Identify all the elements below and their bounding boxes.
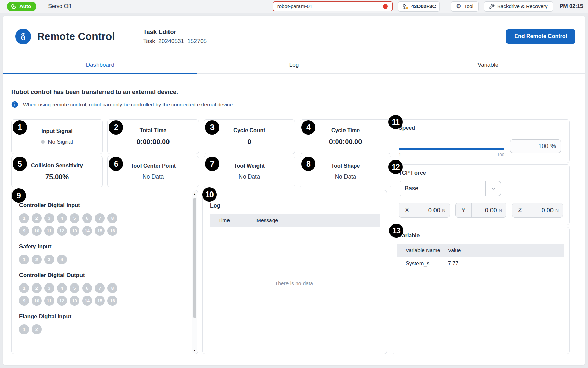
tcp-force-title: TCP Force: [399, 170, 426, 176]
log-panel[interactable]: 10 Log Time Message There is no data.: [202, 190, 387, 354]
servo-status: Servo Off: [48, 3, 71, 10]
info-icon: [11, 101, 18, 108]
tool-center-point-value: No Data: [143, 173, 164, 180]
io-section-title: Controller Digital Input: [19, 202, 188, 209]
tab-log[interactable]: Log: [197, 57, 391, 73]
remote-control-icon: [15, 29, 31, 44]
io-indicator-8: 8: [107, 283, 117, 293]
tool-shape-value: No Data: [335, 173, 356, 180]
end-remote-control-button[interactable]: End Remote Control: [506, 29, 575, 44]
tcp-force-panel[interactable]: 12 TCP Force Base X0.00NY0.00NZ0.00N: [392, 164, 570, 225]
tool-button[interactable]: ⚙ Tool: [451, 1, 479, 12]
variable-panel[interactable]: 13 Variable Variable Name Value System_s…: [392, 227, 570, 354]
io-indicator-16: 16: [107, 226, 117, 236]
tool-shape-card[interactable]: 8 Tool Shape No Data: [300, 156, 391, 187]
notice-headline: Robot control has been transferred to an…: [11, 89, 178, 96]
io-indicator-9: 9: [19, 226, 29, 236]
collision-sensitivity-title: Collision Sensitivity: [31, 163, 83, 169]
collision-sensitivity-card[interactable]: 5 Collision Sensitivity 75.00%: [11, 156, 103, 187]
annotation-badge-5: 5: [13, 157, 27, 171]
io-section-title: Flange Digital Input: [19, 313, 188, 320]
tcp-force-x-field: X0.00N: [399, 203, 450, 218]
robot-param-value: robot-param-01: [277, 3, 312, 9]
annotation-badge-10: 10: [202, 187, 217, 202]
annotation-badge-1: 1: [13, 120, 27, 135]
signal-status-dot: [41, 140, 45, 144]
tcp-force-y-field: Y0.00N: [455, 203, 506, 218]
variable-row: System_s7.77: [397, 257, 564, 270]
variable-table-header: Variable Name Value: [397, 244, 564, 257]
speed-slider-min: 1: [399, 152, 401, 157]
io-indicator-10: 10: [32, 296, 42, 306]
speed-value-input[interactable]: 100 %: [510, 139, 561, 153]
tool-weight-card[interactable]: 7 Tool Weight No Data: [204, 156, 295, 187]
mode-swirl-icon: [11, 3, 17, 9]
speed-value: 100: [538, 143, 548, 150]
scroll-down-arrow[interactable]: ▼: [192, 348, 197, 353]
record-indicator-dot: [383, 4, 388, 9]
io-scroll-area: Controller Digital Input1234567891011121…: [19, 199, 188, 351]
tab-variable[interactable]: Variable: [391, 57, 585, 73]
cycle-count-card[interactable]: 3 Cycle Count 0: [204, 119, 295, 154]
clock: PM 02:15: [560, 3, 583, 10]
tool-weight-title: Tool Weight: [234, 163, 265, 169]
io-indicator-3: 3: [44, 255, 54, 264]
io-indicator-8: 8: [107, 213, 117, 223]
scrollbar-thumb[interactable]: [193, 198, 196, 318]
tool-center-point-card[interactable]: 6 Tool Center Point No Data: [107, 156, 199, 187]
total-time-value: 0:00:00.00: [137, 138, 170, 146]
digital-io-panel[interactable]: 9 Controller Digital Input12345678910111…: [11, 190, 198, 354]
cycle-time-title: Cycle Time: [331, 127, 360, 134]
io-indicator-6: 6: [82, 283, 92, 293]
chevron-down-icon: [485, 181, 501, 196]
io-indicator-13: 13: [70, 296, 79, 306]
io-indicator-2: 2: [32, 283, 42, 293]
annotation-badge-4: 4: [301, 120, 315, 135]
scroll-up-arrow[interactable]: ▲: [192, 191, 197, 197]
io-indicator-1: 1: [19, 213, 29, 223]
top-status-bar: Auto Servo Off robot-param-01 ! 43D02F3C…: [0, 0, 588, 13]
total-time-title: Total Time: [140, 127, 167, 134]
annotation-badge-3: 3: [205, 120, 219, 135]
io-section-title: Safety Input: [19, 243, 188, 250]
input-signal-value: No Signal: [48, 139, 73, 145]
log-footer-line: [210, 346, 380, 346]
reference-frame-select[interactable]: Base: [399, 181, 501, 196]
variable-rows: System_s7.77: [397, 257, 564, 270]
log-col-message: Message: [256, 217, 278, 224]
io-indicator-5: 5: [70, 213, 79, 223]
speed-panel[interactable]: 11 Speed 1 100 100 %: [392, 119, 570, 163]
tool-shape-title: Tool Shape: [331, 163, 360, 169]
log-empty-state: There is no data.: [203, 227, 387, 339]
log-table-header: Time Message: [210, 214, 380, 227]
svg-text:!: !: [407, 7, 407, 9]
io-scrollbar[interactable]: ▲ ▼: [192, 191, 197, 353]
io-indicator-14: 14: [82, 226, 92, 236]
remote-control-panel: Remote Control Task Editor Task_20240531…: [3, 16, 585, 365]
io-indicator-7: 7: [95, 213, 105, 223]
annotation-badge-6: 6: [109, 157, 123, 171]
total-time-card[interactable]: 2 Total Time 0:00:00.00: [107, 119, 199, 154]
io-section: Flange Digital Input12: [19, 313, 188, 334]
speed-slider[interactable]: [399, 148, 504, 150]
tab-bar: DashboardLogVariable: [3, 57, 585, 74]
io-indicator-1: 1: [19, 283, 29, 293]
tab-dashboard[interactable]: Dashboard: [3, 57, 197, 73]
gear-icon: ⚙: [456, 3, 461, 9]
backdrive-recovery-button[interactable]: Backdrive & Recovery: [484, 1, 553, 12]
robot-param-field[interactable]: robot-param-01: [273, 1, 393, 11]
annotation-badge-13: 13: [389, 224, 403, 238]
io-indicator-9: 9: [19, 296, 29, 306]
io-indicator-13: 13: [70, 226, 79, 236]
input-signal-card[interactable]: 1 Input Signal No Signal: [11, 119, 103, 154]
annotation-badge-11: 11: [388, 115, 403, 129]
io-section-title: Controller Digital Output: [19, 272, 188, 278]
io-indicator-10: 10: [32, 226, 42, 236]
io-indicator-16: 16: [107, 296, 117, 306]
robot-id-button[interactable]: ! 43D02F3C: [398, 1, 440, 12]
cycle-time-card[interactable]: 4 Cycle Time 0:00:00.00: [300, 119, 391, 154]
io-indicator-11: 11: [44, 296, 54, 306]
tcp-force-z-field: Z0.00N: [512, 203, 563, 218]
mode-badge-auto[interactable]: Auto: [7, 2, 36, 11]
io-indicator-5: 5: [70, 283, 79, 293]
